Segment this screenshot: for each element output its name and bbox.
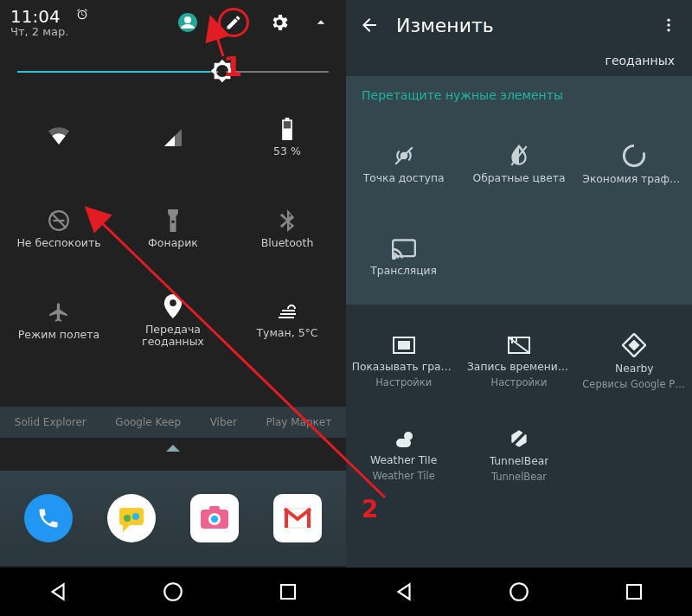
svg-rect-19 — [285, 509, 288, 528]
edit-button[interactable] — [218, 8, 249, 37]
svg-marker-11 — [123, 525, 130, 532]
back-arrow-icon[interactable] — [358, 14, 381, 36]
nav-home-icon[interactable] — [162, 581, 184, 603]
tile-weather-tile[interactable]: Weather Tile Weather Tile — [346, 408, 461, 502]
svg-rect-4 — [284, 129, 291, 138]
svg-rect-17 — [209, 506, 220, 511]
extra-tiles-grid: Показывать границы Настройки Запись врем… — [346, 311, 692, 502]
annotation-label-1: 1 — [223, 50, 242, 83]
brightness-slider[interactable] — [0, 42, 346, 85]
svg-rect-10 — [119, 508, 144, 525]
tile-weather[interactable]: Туман, 5°C — [230, 275, 344, 367]
app-phone-icon[interactable] — [24, 494, 73, 542]
svg-point-24 — [667, 23, 670, 26]
app-messenger-icon[interactable] — [107, 494, 156, 542]
svg-point-9 — [171, 221, 175, 224]
svg-rect-42 — [627, 585, 641, 599]
tile-layout-bounds[interactable]: Показывать границы Настройки — [346, 315, 461, 408]
multiuser-icon[interactable] — [176, 11, 199, 34]
tile-nearby[interactable]: Nearby Сервисы Google Play — [577, 315, 692, 408]
svg-point-25 — [667, 29, 670, 31]
qs-tiles-grid: 53 % Не беспокоить Фонарик Bluetooth Реж… — [0, 85, 346, 374]
svg-rect-20 — [307, 509, 311, 528]
tile-data-saver[interactable]: Экономия трафика — [577, 118, 692, 211]
tile-cast[interactable]: Трансляция — [346, 211, 461, 305]
svg-rect-38 — [630, 341, 638, 350]
drag-hint: Перетащите нужные элементы — [346, 76, 692, 114]
svg-point-21 — [164, 583, 182, 600]
tile-invert-colors[interactable]: Обратные цвета — [461, 118, 576, 211]
phone-left-quicksettings: 11:04 Чт, 2 мар. — [0, 0, 346, 616]
tile-flashlight[interactable]: Фонарик — [116, 183, 230, 275]
app-gmail-icon[interactable] — [273, 494, 322, 542]
nav-home-icon[interactable] — [508, 581, 530, 603]
clock-date: Чт, 2 мар. — [10, 26, 68, 38]
svg-point-1 — [184, 16, 191, 23]
tile-bluetooth[interactable]: Bluetooth — [230, 183, 344, 275]
nav-back-icon[interactable] — [47, 581, 69, 603]
svg-rect-32 — [399, 342, 409, 349]
annotation-label-2: 2 — [362, 495, 378, 523]
nav-bar-left — [0, 568, 346, 616]
tile-location[interactable]: Передача геоданных — [116, 275, 230, 367]
app-camera-icon[interactable] — [190, 494, 239, 542]
tile-hotspot[interactable]: Точка доступа — [346, 118, 461, 211]
svg-point-12 — [124, 515, 131, 522]
svg-point-30 — [392, 256, 395, 260]
nav-back-icon[interactable] — [393, 581, 415, 603]
edit-header: Изменить — [346, 0, 692, 50]
svg-rect-22 — [281, 585, 295, 599]
nav-bar-right — [346, 568, 692, 616]
settings-icon[interactable] — [268, 11, 291, 34]
svg-point-23 — [667, 19, 670, 22]
nav-recent-icon[interactable] — [623, 581, 645, 603]
overflow-menu-icon[interactable] — [657, 14, 680, 36]
tile-tunnelbear[interactable]: TunnelBear TunnelBear — [461, 408, 576, 502]
homescreen-label-strip: Solid Explorer Google Keep Viber Play Ма… — [0, 407, 346, 438]
tile-record-time[interactable]: Запись времени раб Настройки — [461, 315, 576, 408]
status-bar: 11:04 Чт, 2 мар. — [0, 0, 346, 42]
subheader-remnant: геоданных — [346, 50, 692, 76]
tile-airplane[interactable]: Режим полета — [2, 275, 116, 367]
app-drawer-chevron-icon[interactable] — [0, 441, 346, 459]
svg-point-13 — [132, 513, 139, 520]
tile-cellular[interactable] — [116, 92, 230, 183]
clock-time: 11:04 — [10, 7, 68, 26]
svg-point-16 — [211, 516, 218, 523]
tile-dnd[interactable]: Не беспокоить — [2, 183, 116, 275]
nav-recent-icon[interactable] — [277, 581, 299, 603]
tile-battery[interactable]: 53 % — [230, 92, 344, 183]
battery-label: 53 % — [273, 145, 301, 157]
available-tiles-grid: Точка доступа Обратные цвета Экономия тр… — [346, 114, 692, 305]
dock — [0, 471, 346, 566]
collapse-icon[interactable] — [310, 11, 332, 34]
svg-point-41 — [510, 583, 528, 600]
tile-wifi[interactable] — [2, 92, 116, 183]
svg-rect-5 — [284, 121, 291, 128]
alarm-icon — [75, 8, 89, 25]
edit-title: Изменить — [396, 15, 642, 36]
phone-right-edit-tiles: Изменить геоданных Перетащите нужные эле… — [346, 0, 692, 616]
